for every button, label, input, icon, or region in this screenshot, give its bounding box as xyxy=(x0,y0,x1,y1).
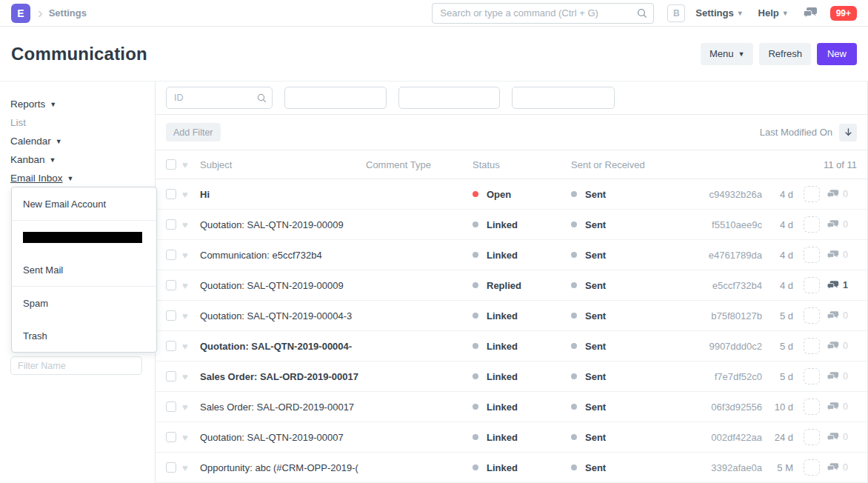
row-subject[interactable]: Hi xyxy=(200,189,366,200)
assign-placeholder[interactable] xyxy=(804,368,820,384)
row-checkbox[interactable] xyxy=(166,371,176,382)
table-row[interactable]: ♥ Communication: e5ccf732b4 Linked Sent … xyxy=(156,240,867,270)
row-comments[interactable]: 0 xyxy=(827,371,857,382)
heart-icon[interactable]: ♥ xyxy=(182,433,193,442)
table-row[interactable]: ♥ Quotation: SAL-QTN-2019-00004-3 Linked… xyxy=(156,301,867,331)
heart-icon[interactable]: ♥ xyxy=(182,372,193,382)
sidebar-item-kanban[interactable]: Kanban▼ xyxy=(10,150,144,169)
add-filter-button[interactable]: Add Filter xyxy=(166,123,221,141)
assign-placeholder[interactable] xyxy=(804,277,820,293)
assign-placeholder[interactable] xyxy=(804,399,820,415)
row-comments[interactable]: 0 xyxy=(827,310,857,321)
table-row[interactable]: ♥ Quotation: SAL-QTN-2019-00009 Linked S… xyxy=(156,210,867,240)
row-subject[interactable]: Quotation: SAL-QTN-2019-00009 xyxy=(200,219,366,230)
table-row[interactable]: ♥ Hi Open Sent c94932b26a 4 d 0 xyxy=(156,179,867,210)
filter-fields-row xyxy=(156,81,867,115)
chat-icon[interactable] xyxy=(804,7,817,19)
menu-button[interactable]: Menu▼ xyxy=(701,43,753,65)
filter-input-4[interactable] xyxy=(512,87,615,109)
sidebar-item-list[interactable]: List xyxy=(10,113,144,132)
row-subject[interactable]: Quotation: SAL-QTN-2019-00007 xyxy=(200,432,366,443)
dropdown-item-sent-mail[interactable]: Sent Mail xyxy=(12,253,156,286)
row-subject[interactable]: Sales Order: SAL-ORD-2019-00017 xyxy=(200,371,366,382)
heart-icon[interactable]: ♥ xyxy=(182,311,193,321)
assign-placeholder[interactable] xyxy=(804,338,820,354)
row-comments[interactable]: 0 xyxy=(827,189,857,199)
row-checkbox[interactable] xyxy=(166,189,176,199)
row-subject[interactable]: Quotation: SAL-QTN-2019-00004-3 xyxy=(200,310,366,322)
row-checkbox[interactable] xyxy=(166,462,176,473)
dropdown-item-trash[interactable]: Trash xyxy=(12,319,156,352)
row-subject[interactable]: Opportunity: abc (#CRM-OPP-2019-( xyxy=(200,462,366,473)
row-subject[interactable]: Communication: e5ccf732b4 xyxy=(200,250,366,261)
dropdown-item-redacted-account[interactable] xyxy=(12,221,156,253)
assign-placeholder[interactable] xyxy=(804,459,820,476)
comment-count: 0 xyxy=(843,402,848,412)
table-row[interactable]: ♥ Sales Order: SAL-ORD-2019-00017 Linked… xyxy=(156,392,867,422)
assign-placeholder[interactable] xyxy=(804,307,820,324)
row-subject[interactable]: Quotation: SAL-QTN-2019-00009 xyxy=(200,280,366,291)
breadcrumb[interactable]: Settings xyxy=(49,7,87,19)
refresh-button[interactable]: Refresh xyxy=(759,43,811,65)
row-comments[interactable]: 0 xyxy=(827,432,857,442)
table-row[interactable]: ♥ Quotation: SAL-QTN-2019-00004- Linked … xyxy=(156,331,867,362)
filter-name-input[interactable] xyxy=(10,356,142,375)
select-all-checkbox[interactable] xyxy=(166,159,176,170)
liked-filter-icon[interactable]: ♥ xyxy=(182,160,193,170)
row-status: Linked xyxy=(487,402,518,413)
comment-icon xyxy=(827,433,839,442)
notifications-badge[interactable]: 99+ xyxy=(830,6,857,21)
sort-direction-button[interactable] xyxy=(839,124,857,141)
table-row[interactable]: ♥ Quotation: SAL-QTN-2019-00007 Linked S… xyxy=(156,422,867,453)
sidebar-item-reports[interactable]: Reports▼ xyxy=(10,95,144,113)
row-checkbox[interactable] xyxy=(166,250,176,260)
row-checkbox[interactable] xyxy=(166,432,176,442)
status-dot xyxy=(473,191,478,197)
row-comments[interactable]: 0 xyxy=(827,462,857,473)
row-comments[interactable]: 0 xyxy=(827,250,857,260)
filter-input-3[interactable] xyxy=(398,87,500,109)
sidebar-item-calendar[interactable]: Calendar▼ xyxy=(10,132,144,150)
heart-icon[interactable]: ♥ xyxy=(182,250,193,260)
heart-icon[interactable]: ♥ xyxy=(182,342,193,351)
heart-icon[interactable]: ♥ xyxy=(182,463,193,473)
row-comments[interactable]: 0 xyxy=(827,402,857,412)
dropdown-item-spam[interactable]: Spam xyxy=(12,287,156,319)
filter-actions-row: Add Filter Last Modified On xyxy=(156,115,867,150)
row-subject[interactable]: Sales Order: SAL-ORD-2019-00017 xyxy=(200,402,366,413)
row-checkbox[interactable] xyxy=(166,310,176,321)
dropdown-item-new-email-account[interactable]: New Email Account xyxy=(12,187,156,220)
row-checkbox[interactable] xyxy=(166,219,176,230)
row-document-id: b75f80127b xyxy=(688,310,762,322)
row-comments[interactable]: 1 xyxy=(827,280,857,290)
table-row[interactable]: ♥ Quotation: SAL-QTN-2019-00009 Replied … xyxy=(156,270,867,301)
sidebar-item-email-inbox[interactable]: Email Inbox▼ xyxy=(10,169,144,187)
user-avatar[interactable]: B xyxy=(667,4,685,22)
search-input[interactable] xyxy=(432,3,654,24)
heart-icon[interactable]: ♥ xyxy=(182,190,193,199)
app-logo[interactable]: E xyxy=(11,4,30,23)
row-checkbox[interactable] xyxy=(166,280,176,290)
heart-icon[interactable]: ♥ xyxy=(182,281,193,290)
redacted-account-name xyxy=(23,232,142,243)
row-checkbox[interactable] xyxy=(166,402,176,412)
filter-input-2[interactable] xyxy=(284,87,387,109)
heart-icon[interactable]: ♥ xyxy=(182,220,193,230)
row-comments[interactable]: 0 xyxy=(827,341,857,351)
assign-placeholder[interactable] xyxy=(804,186,820,202)
new-button[interactable]: New xyxy=(817,43,857,65)
row-comments[interactable]: 0 xyxy=(827,219,857,230)
table-row[interactable]: ♥ Sales Order: SAL-ORD-2019-00017 Linked… xyxy=(156,362,867,392)
row-document-id: 9907ddd0c2 xyxy=(688,341,762,352)
nav-settings-menu[interactable]: Settings▼ xyxy=(695,7,743,19)
assign-placeholder[interactable] xyxy=(804,216,820,233)
sort-field-label[interactable]: Last Modified On xyxy=(760,127,832,138)
status-dot xyxy=(473,252,478,258)
table-row[interactable]: ♥ Opportunity: abc (#CRM-OPP-2019-( Link… xyxy=(156,453,867,483)
assign-placeholder[interactable] xyxy=(804,429,820,445)
heart-icon[interactable]: ♥ xyxy=(182,402,193,412)
assign-placeholder[interactable] xyxy=(804,247,820,263)
row-checkbox[interactable] xyxy=(166,341,176,351)
row-subject[interactable]: Quotation: SAL-QTN-2019-00004- xyxy=(200,341,366,352)
nav-help-menu[interactable]: Help▼ xyxy=(758,7,789,19)
